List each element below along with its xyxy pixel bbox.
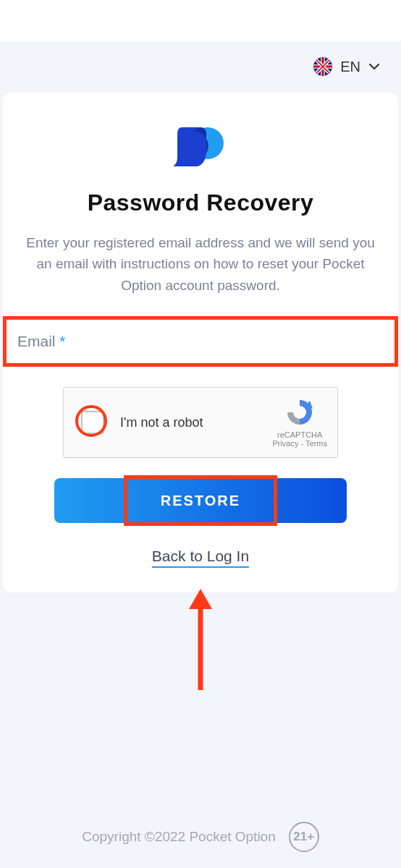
uk-flag-icon	[313, 56, 333, 77]
page-description: Enter your registered email address and …	[17, 232, 384, 296]
language-code: EN	[340, 59, 360, 75]
recaptcha-label: I'm not a robot	[120, 415, 203, 430]
recaptcha-icon	[284, 397, 315, 427]
recaptcha-brand: reCAPTCHA	[272, 430, 327, 439]
copyright-text: Copyright ©2022 Pocket Option	[82, 829, 275, 845]
password-recovery-card: Password Recovery Enter your registered …	[3, 93, 398, 592]
email-field-wrap: Email *	[3, 316, 398, 367]
back-to-login-link[interactable]: Back to Log In	[152, 548, 249, 568]
recaptcha-widget: I'm not a robot reCAPTCHA Privacy - Term…	[63, 387, 338, 458]
recaptcha-checkbox[interactable]	[81, 411, 104, 434]
annotation-highlight-box: Email *	[3, 316, 398, 367]
language-selector[interactable]: EN	[0, 42, 401, 88]
age-badge: 21+	[289, 822, 319, 852]
page-background: EN Password Recovery Enter your register…	[0, 42, 401, 868]
recaptcha-terms-link[interactable]: Terms	[305, 439, 327, 448]
page-title: Password Recovery	[17, 190, 384, 216]
chevron-down-icon	[368, 60, 381, 73]
email-input[interactable]	[7, 320, 394, 363]
annotation-arrow-icon	[185, 589, 216, 690]
footer: Copyright ©2022 Pocket Option 21+	[0, 822, 401, 852]
restore-button[interactable]: RESTORE	[54, 478, 347, 523]
recaptcha-privacy-link[interactable]: Privacy	[272, 439, 298, 448]
top-header-blank	[0, 0, 401, 42]
pocket-option-logo-icon	[172, 122, 229, 168]
